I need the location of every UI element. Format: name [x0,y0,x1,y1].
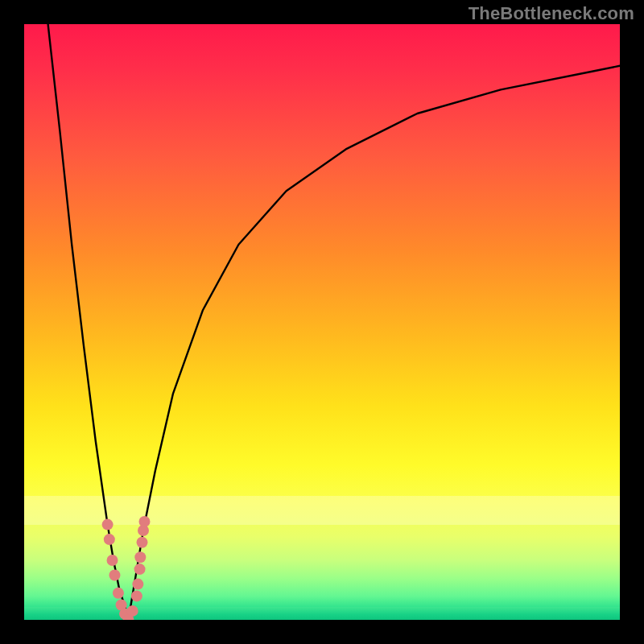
watermark-text: TheBottleneck.com [469,3,634,24]
data-dot [138,516,150,527]
data-dot [104,534,115,545]
data-dot [134,564,146,575]
curve-svg [24,24,620,620]
data-dot [107,555,118,566]
data-dot [109,570,120,581]
data-dot [127,605,138,617]
data-dot [102,519,114,530]
data-dot [137,537,148,548]
data-dot [132,579,143,590]
data-dot [131,590,142,601]
chart-frame: TheBottleneck.com [0,0,644,644]
curve-right-branch [129,66,621,620]
data-dot [113,588,124,599]
plot-area [24,24,620,620]
curve-left-branch [48,24,129,620]
data-dot [134,551,146,563]
